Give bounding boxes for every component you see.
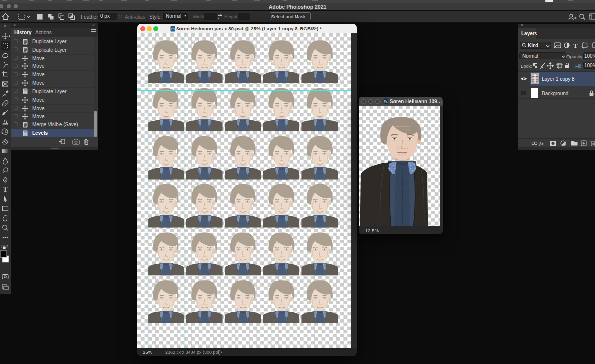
svg-text:Ps: Ps [384,100,388,103]
svg-text:Ps: Ps [171,27,175,30]
svg-text:T: T [3,186,8,193]
svg-text:T: T [573,42,578,49]
svg-text:fx: fx [539,140,544,146]
svg-text:»: » [4,24,7,28]
